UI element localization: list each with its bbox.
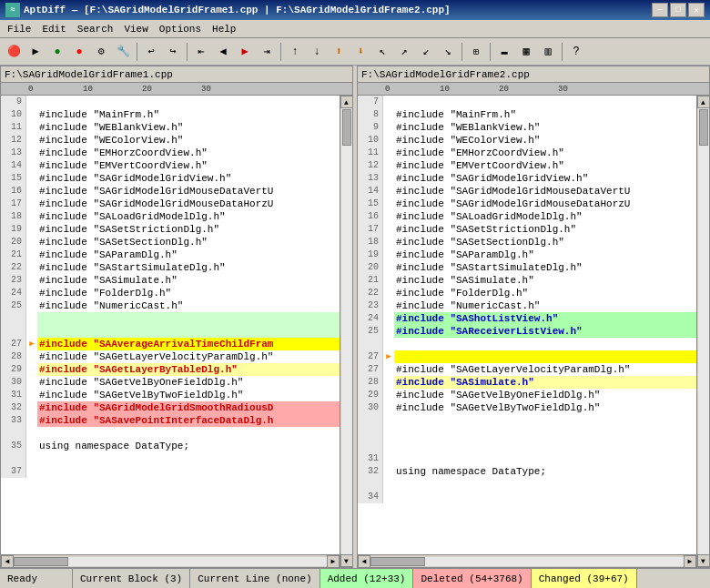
table-row: 7: [358, 96, 696, 108]
right-vscrollbar[interactable]: ▲ ▼: [696, 96, 709, 567]
right-code-content[interactable]: 78#include "MainFrm.h"9#include "WEBlank…: [358, 96, 696, 567]
toolbar-btn-view3[interactable]: ▥: [538, 42, 558, 62]
line-code: #include "SASetSectionDlg.h": [394, 236, 696, 248]
line-marker: [383, 478, 394, 491]
right-scroll-thumb[interactable]: [370, 557, 425, 566]
line-code: #include "SAParamDlg.h": [37, 248, 340, 261]
line-code: #include "WEBlankView.h": [37, 121, 340, 134]
line-number: 17: [358, 223, 383, 236]
right-scroll-up[interactable]: ▲: [697, 96, 710, 108]
toolbar-btn-last[interactable]: ⇥: [257, 42, 277, 62]
line-marker: [383, 376, 394, 389]
right-scroll-down[interactable]: ▼: [697, 554, 710, 567]
toolbar-btn-2[interactable]: ▶: [25, 42, 46, 62]
toolbar-btn-undo[interactable]: ↩: [141, 42, 161, 62]
left-scroll-track-v[interactable]: [341, 108, 352, 554]
menu-search[interactable]: Search: [72, 22, 119, 36]
left-vscrollbar[interactable]: ▲ ▼: [340, 96, 352, 567]
menu-view[interactable]: View: [118, 22, 153, 36]
toolbar-btn-redo[interactable]: ↪: [163, 42, 183, 62]
table-row: 23#include "SASimulate.h": [1, 274, 340, 287]
line-marker: [26, 414, 37, 427]
right-pane-header: F:\SAGridModelGridFrame2.cpp: [358, 66, 709, 83]
toolbar-btn-up[interactable]: ↑: [285, 42, 305, 62]
left-scroll-thumb-v[interactable]: [342, 109, 351, 146]
line-number: 24: [1, 287, 26, 299]
toolbar-btn-next[interactable]: ▶: [235, 42, 255, 62]
toolbar-btn-up2[interactable]: ⬆: [329, 42, 349, 62]
left-scroll-track[interactable]: [14, 557, 327, 566]
table-row: 34: [358, 491, 696, 503]
line-number: 16: [1, 185, 26, 198]
toolbar-btn-down[interactable]: ↓: [307, 42, 327, 62]
toolbar-btn-ur[interactable]: ↗: [394, 42, 414, 62]
table-row: [1, 427, 340, 440]
toolbar-btn-down2[interactable]: ⬇: [350, 42, 370, 62]
toolbar-btn-5[interactable]: ⚙: [91, 42, 111, 62]
toolbar-btn-view1[interactable]: ▬: [494, 42, 514, 62]
line-code: #include "SAGetVelByOneFieldDlg.h": [37, 376, 340, 389]
left-scroll-right[interactable]: ▶: [327, 555, 340, 568]
maximize-button[interactable]: □: [670, 3, 686, 17]
menu-file[interactable]: File: [2, 22, 36, 36]
table-row: 22#include "FolderDlg.h": [358, 287, 696, 299]
toolbar-btn-view2[interactable]: ▦: [516, 42, 536, 62]
line-code: #include "SASimulate.h": [394, 274, 696, 287]
toolbar-btn-dr[interactable]: ↘: [438, 42, 458, 62]
minimize-button[interactable]: —: [652, 3, 668, 17]
line-code: [37, 452, 340, 465]
toolbar-btn-help[interactable]: ?: [566, 42, 586, 62]
left-code-content[interactable]: 910#include "MainFrm.h"11#include "WEBla…: [1, 96, 340, 567]
toolbar-btn-4[interactable]: ●: [69, 42, 89, 62]
left-scroll-thumb[interactable]: [14, 557, 68, 566]
close-button[interactable]: ✕: [688, 3, 705, 17]
toolbar-btn-ul[interactable]: ↖: [372, 42, 392, 62]
left-scroll-down[interactable]: ▼: [340, 554, 353, 567]
left-code-area[interactable]: 910#include "MainFrm.h"11#include "WEBla…: [1, 96, 340, 554]
left-scroll-left[interactable]: ◀: [1, 555, 14, 568]
left-scroll-up[interactable]: ▲: [340, 96, 353, 108]
line-number: 15: [358, 198, 383, 210]
ruler-mark-20: 20: [142, 85, 152, 94]
line-marker: [26, 452, 37, 465]
line-number: 27: [358, 363, 383, 376]
toolbar-btn-6[interactable]: 🔧: [113, 42, 133, 62]
right-scroll-right[interactable]: ▶: [684, 555, 696, 568]
table-row: 8#include "MainFrm.h": [358, 108, 696, 121]
toolbar-btn-dl[interactable]: ↙: [416, 42, 436, 62]
line-marker: [26, 350, 37, 363]
title-bar: ≈ AptDiff — [F:\SAGridModelGridFrame1.cp…: [0, 0, 710, 20]
line-number: 10: [1, 108, 26, 121]
menu-edit[interactable]: Edit: [36, 22, 71, 36]
right-code-area[interactable]: 78#include "MainFrm.h"9#include "WEBlank…: [358, 96, 696, 554]
left-pane: F:\SAGridModelGridFrame1.cpp 0 10 20 30 …: [0, 66, 353, 568]
toolbar-btn-first[interactable]: ⇤: [191, 42, 211, 62]
line-marker: [383, 401, 394, 414]
line-code: [394, 96, 696, 108]
line-code: #include "EMVertCoordView.h": [37, 159, 340, 172]
line-code: #include "SASimulate.h": [37, 274, 340, 287]
right-scroll-track-v[interactable]: [698, 108, 709, 554]
right-hscrollbar[interactable]: ◀ ▶: [358, 554, 696, 567]
right-scroll-track[interactable]: [370, 557, 684, 566]
line-code: [37, 96, 340, 108]
toolbar-btn-sync[interactable]: ⊞: [466, 42, 486, 62]
line-marker: [383, 134, 394, 147]
table-row: 20#include "SAStartSimulateDlg.h": [358, 261, 696, 274]
table-row: 33#include "SASavePointInterfaceDataDlg.…: [1, 414, 340, 427]
toolbar-btn-1[interactable]: 🔴: [4, 42, 24, 62]
toolbar-btn-prev[interactable]: ◀: [213, 42, 233, 62]
right-scroll-left[interactable]: ◀: [358, 555, 370, 568]
left-hscrollbar[interactable]: ◀ ▶: [1, 554, 340, 567]
line-code: #include "FolderDlg.h": [394, 287, 696, 299]
menu-options[interactable]: Options: [154, 22, 207, 36]
line-marker: [383, 159, 394, 172]
table-row: [1, 312, 340, 325]
line-number: 11: [1, 121, 26, 134]
table-row: 29#include "SAGetVelByOneFieldDlg.h": [358, 389, 696, 401]
right-scroll-thumb-v[interactable]: [699, 109, 708, 146]
toolbar-btn-3[interactable]: ●: [47, 42, 67, 62]
ruler-mark-30: 30: [201, 85, 211, 94]
menu-help[interactable]: Help: [207, 22, 241, 36]
table-row: 24#include "FolderDlg.h": [1, 287, 340, 299]
